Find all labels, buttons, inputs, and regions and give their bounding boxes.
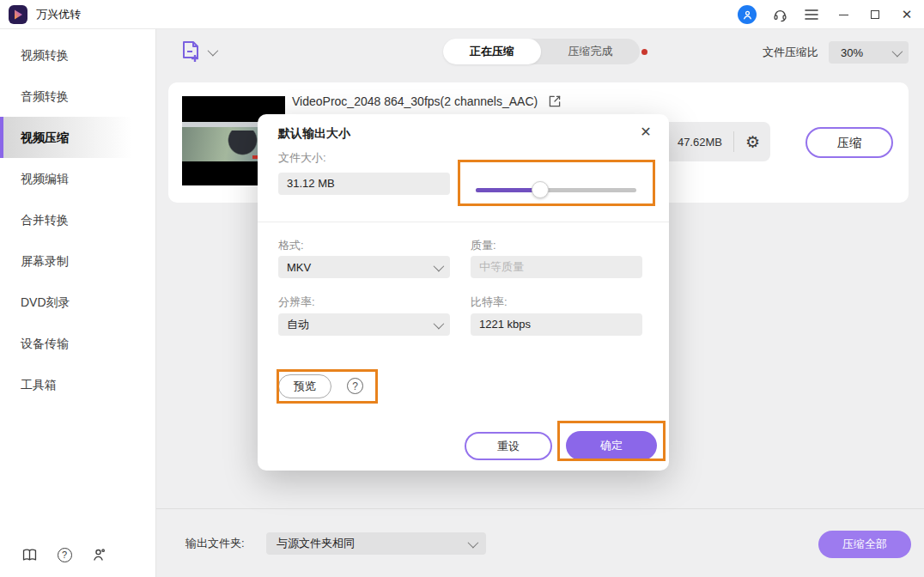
- bottom-bar: 输出文件夹: 与源文件夹相同 压缩全部: [156, 509, 924, 577]
- format-label: 格式:: [278, 238, 304, 253]
- chevron-down-icon: [208, 45, 219, 56]
- resolution-label: 分辨率:: [278, 295, 315, 310]
- sidebar-item-dvd-burn[interactable]: DVD刻录: [0, 282, 155, 323]
- maximize-button[interactable]: [866, 6, 884, 23]
- sidebar-item-video-convert[interactable]: 视频转换: [0, 34, 155, 76]
- chevron-down-icon: [434, 260, 445, 271]
- output-folder-label: 输出文件夹:: [185, 532, 245, 555]
- reset-button[interactable]: 重设: [465, 432, 552, 460]
- tab-compressing[interactable]: 正在压缩: [443, 39, 541, 64]
- sidebar-item-device-transfer[interactable]: 设备传输: [0, 323, 155, 364]
- sidebar-footer: ?: [21, 546, 108, 563]
- titlebar-controls: ✕: [738, 0, 915, 29]
- add-file-button[interactable]: [180, 40, 216, 63]
- sidebar-item-video-edit[interactable]: 视频编辑: [0, 158, 155, 199]
- close-button[interactable]: ✕: [898, 6, 915, 23]
- contact-person-icon[interactable]: [91, 546, 108, 563]
- app-window: 万兴优转 ✕: [0, 0, 924, 577]
- settings-gear-icon[interactable]: ⚙: [745, 134, 760, 150]
- format-select[interactable]: MKV: [278, 256, 450, 278]
- resolution-select[interactable]: 自动: [278, 313, 450, 336]
- compress-ratio-label: 文件压缩比: [763, 45, 818, 60]
- edit-name-icon[interactable]: [548, 94, 562, 108]
- tab-compressed-label: 压缩完成: [568, 45, 613, 58]
- output-folder-select[interactable]: 与源文件夹相同: [266, 532, 486, 555]
- user-guide-book-icon[interactable]: [21, 546, 38, 563]
- bitrate-label: 比特率:: [471, 295, 508, 310]
- titlebar: 万兴优转 ✕: [0, 0, 924, 29]
- divider: [258, 222, 669, 222]
- tab-compressed[interactable]: 压缩完成: [541, 44, 640, 59]
- headset-icon[interactable]: [771, 6, 788, 23]
- main-area: 正在压缩 压缩完成 文件压缩比 30% Video: [156, 29, 924, 577]
- preview-help-icon[interactable]: ?: [347, 378, 363, 394]
- user-avatar[interactable]: [738, 5, 757, 24]
- default-output-size-dialog: 默认输出大小 ✕ 文件大小: 31.12 MB 格式: MKV 质量: 中等质量…: [258, 114, 669, 471]
- help-icon[interactable]: ?: [56, 546, 73, 563]
- sidebar-menu: 视频转换 音频转换 视频压缩 视频编辑 合并转换 屏幕录制 DVD刻录 设备传输…: [0, 29, 155, 405]
- quality-label: 质量:: [471, 238, 496, 253]
- compress-ratio-value: 30%: [841, 46, 863, 59]
- sidebar: 视频转换 音频转换 视频压缩 视频编辑 合并转换 屏幕录制 DVD刻录 设备传输…: [0, 29, 156, 577]
- slider-fill: [476, 188, 540, 192]
- resolution-value: 自动: [287, 317, 309, 332]
- chevron-down-icon: [468, 537, 479, 548]
- preview-button[interactable]: 预览: [278, 374, 331, 398]
- notification-dot: [641, 49, 647, 55]
- compress-ratio-control: 文件压缩比 30%: [763, 41, 909, 64]
- chevron-down-icon: [892, 46, 903, 57]
- slider-thumb[interactable]: [532, 181, 549, 198]
- sidebar-item-screen-record[interactable]: 屏幕录制: [0, 240, 155, 282]
- compress-ratio-select[interactable]: 30%: [829, 41, 909, 64]
- quality-field: 中等质量: [471, 256, 642, 278]
- format-value: MKV: [287, 261, 311, 274]
- sidebar-item-video-compress[interactable]: 视频压缩: [0, 117, 155, 158]
- chevron-down-icon: [434, 318, 445, 329]
- file-size-slider[interactable]: [476, 179, 636, 201]
- bitrate-field[interactable]: 1221 kbps: [471, 313, 642, 336]
- file-name: VideoProc_2048 864_30fps(2 channels_AAC): [292, 94, 538, 108]
- file-size-label: 文件大小:: [278, 150, 326, 166]
- dialog-close-icon[interactable]: ✕: [636, 123, 655, 142]
- app-logo-icon: [9, 5, 27, 24]
- divider: [733, 131, 734, 152]
- compress-tabs: 正在压缩 压缩完成: [443, 39, 640, 64]
- file-size-field[interactable]: 31.12 MB: [278, 173, 450, 195]
- app-title: 万兴优转: [36, 0, 81, 29]
- sidebar-item-toolbox[interactable]: 工具箱: [0, 364, 155, 405]
- output-size-value: 47.62MB: [678, 136, 722, 149]
- sidebar-item-audio-convert[interactable]: 音频转换: [0, 76, 155, 117]
- compress-button[interactable]: 压缩: [805, 127, 893, 158]
- compress-all-button[interactable]: 压缩全部: [818, 531, 911, 558]
- ok-button[interactable]: 确定: [566, 431, 657, 460]
- output-folder-value: 与源文件夹相同: [277, 536, 355, 551]
- dialog-title: 默认输出大小: [278, 126, 350, 142]
- sidebar-item-merge-convert[interactable]: 合并转换: [0, 199, 155, 240]
- minimize-button[interactable]: [835, 6, 852, 23]
- menu-icon[interactable]: [803, 6, 820, 23]
